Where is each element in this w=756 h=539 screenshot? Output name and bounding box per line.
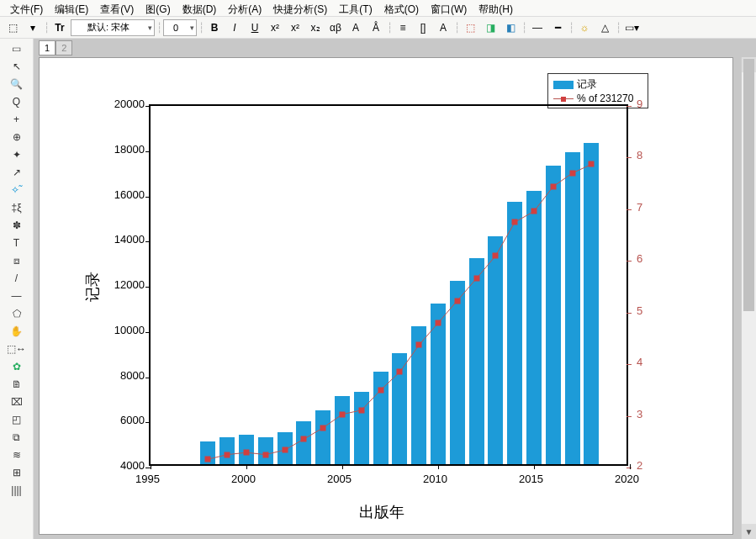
tool-color[interactable]: ✿ bbox=[3, 358, 31, 375]
pct-marker-1998[interactable] bbox=[205, 457, 211, 462]
pct-marker-2006[interactable] bbox=[358, 407, 364, 413]
rect-button[interactable]: [] bbox=[414, 19, 432, 36]
pct-marker-2015[interactable] bbox=[531, 209, 537, 214]
size-combo[interactable]: 0 bbox=[163, 19, 197, 36]
menu-window[interactable]: 窗口(W) bbox=[426, 2, 472, 14]
tool-layer[interactable]: ◰ bbox=[3, 411, 31, 428]
tool-zoom-all[interactable]: Q bbox=[3, 93, 31, 110]
plot-area[interactable] bbox=[149, 104, 628, 466]
pct-marker-2017[interactable] bbox=[569, 170, 575, 176]
italic-button[interactable]: I bbox=[225, 19, 244, 36]
line-weight-button[interactable]: — bbox=[528, 19, 547, 36]
font-combo[interactable]: 默认: 宋体 bbox=[71, 19, 155, 36]
bar-2017[interactable] bbox=[565, 152, 580, 464]
pct-marker-2008[interactable] bbox=[397, 369, 403, 375]
accent-button[interactable]: Å bbox=[367, 19, 385, 36]
pct-marker-2001[interactable] bbox=[262, 452, 268, 457]
superscript-button[interactable]: x² bbox=[266, 19, 284, 36]
layer-button[interactable]: ▭▾ bbox=[622, 19, 641, 36]
pct-marker-1999[interactable] bbox=[225, 452, 230, 457]
menu-help[interactable]: 帮助(H) bbox=[473, 2, 518, 14]
tab-1[interactable]: 1 bbox=[39, 40, 56, 55]
menu-view[interactable]: 查看(V) bbox=[95, 2, 139, 14]
tool-axis[interactable]: ≋ bbox=[3, 447, 31, 463]
tab-2[interactable]: 2 bbox=[56, 40, 72, 55]
bar-2011[interactable] bbox=[450, 281, 465, 464]
bar-2001[interactable] bbox=[258, 437, 273, 464]
greek-button[interactable]: αβ bbox=[326, 19, 345, 36]
pct-marker-2012[interactable] bbox=[473, 276, 479, 282]
bar-2014[interactable] bbox=[507, 202, 522, 464]
bar-2010[interactable] bbox=[431, 304, 446, 464]
light-icon[interactable]: ☼ bbox=[575, 19, 594, 36]
tool-annotation[interactable]: ⧈ bbox=[3, 252, 31, 269]
pct-marker-2011[interactable] bbox=[454, 298, 460, 304]
scroll-thumb[interactable] bbox=[743, 59, 754, 311]
bar-2013[interactable] bbox=[488, 236, 503, 464]
chart-legend[interactable]: 记录 % of 231270 bbox=[547, 73, 648, 108]
bar-2016[interactable] bbox=[546, 166, 561, 464]
tool-hide[interactable]: ⌧ bbox=[3, 394, 31, 410]
menu-graph[interactable]: 图(G) bbox=[140, 2, 175, 14]
underline-button[interactable]: U bbox=[246, 19, 264, 36]
tool-line[interactable]: / bbox=[3, 270, 31, 287]
menu-quick[interactable]: 快捷分析(S) bbox=[268, 2, 332, 14]
pct-marker-2007[interactable] bbox=[378, 387, 383, 393]
pct-marker-2013[interactable] bbox=[493, 253, 499, 259]
bar-2004[interactable] bbox=[315, 410, 330, 465]
pct-marker-2002[interactable] bbox=[282, 447, 288, 453]
tool-grid[interactable]: ⧉ bbox=[3, 429, 31, 446]
tool-resize[interactable]: ⬚↔ bbox=[3, 341, 31, 357]
tool-zoom[interactable]: 🔍 bbox=[3, 76, 31, 92]
bar-2012[interactable] bbox=[469, 258, 484, 464]
toolbar-pick-icon[interactable]: ⬚ bbox=[3, 19, 22, 36]
tool-reader[interactable]: ⊕ bbox=[3, 129, 31, 145]
scroll-down-icon[interactable]: ▼ bbox=[742, 524, 756, 539]
style-a-button[interactable]: A bbox=[434, 19, 452, 36]
tool-polygon[interactable]: ⬠ bbox=[3, 305, 31, 322]
pct-marker-2004[interactable] bbox=[320, 425, 326, 431]
tool-notes[interactable]: 🗎 bbox=[3, 376, 31, 393]
pct-marker-2005[interactable] bbox=[340, 411, 346, 417]
tool-pan[interactable]: ✋ bbox=[3, 323, 31, 340]
bar-2003[interactable] bbox=[296, 421, 311, 464]
text-tool-icon[interactable]: Tr bbox=[50, 19, 69, 36]
bold-button[interactable]: B bbox=[205, 19, 224, 36]
tool-select[interactable]: ▭ bbox=[3, 40, 31, 57]
pct-marker-2003[interactable] bbox=[301, 436, 307, 442]
palette-button[interactable]: ◨ bbox=[481, 19, 500, 36]
superscript2-button[interactable]: x² bbox=[286, 19, 304, 36]
marker-icon[interactable]: △ bbox=[595, 19, 614, 36]
tool-arrow[interactable]: ↗ bbox=[3, 164, 31, 181]
tool-mask[interactable]: ✧˜ bbox=[3, 182, 31, 198]
tool-draw[interactable]: ✽ bbox=[3, 217, 31, 234]
menu-tools[interactable]: 工具(T) bbox=[334, 2, 377, 14]
tool-graph[interactable]: ⊞ bbox=[3, 464, 31, 481]
menu-format[interactable]: 格式(O) bbox=[379, 2, 424, 14]
tool-pointer[interactable]: ↖ bbox=[3, 58, 31, 75]
line-style-button[interactable]: ━ bbox=[548, 19, 567, 36]
bar-2007[interactable] bbox=[373, 372, 389, 464]
bar-2006[interactable] bbox=[354, 392, 369, 464]
tool-text[interactable]: T bbox=[3, 235, 31, 251]
pct-marker-2014[interactable] bbox=[512, 219, 518, 225]
vertical-scrollbar[interactable]: ▲ ▼ bbox=[741, 57, 756, 539]
font-color-button[interactable]: A bbox=[346, 19, 365, 36]
tool-crosshair[interactable]: + bbox=[3, 111, 31, 128]
subscript-button[interactable]: x₂ bbox=[306, 19, 325, 36]
menu-edit[interactable]: 编辑(E) bbox=[50, 2, 93, 14]
align-button[interactable]: ≡ bbox=[394, 19, 412, 36]
menu-analysis[interactable]: 分析(A) bbox=[223, 2, 267, 14]
pct-marker-2018[interactable] bbox=[589, 161, 595, 167]
bar-2015[interactable] bbox=[526, 191, 542, 464]
fill-button[interactable]: ⬚ bbox=[461, 19, 479, 36]
palette2-button[interactable]: ◧ bbox=[501, 19, 520, 36]
menu-data[interactable]: 数据(D) bbox=[177, 2, 222, 14]
bar-1999[interactable] bbox=[219, 437, 235, 464]
pct-marker-2000[interactable] bbox=[244, 450, 250, 456]
pct-marker-2016[interactable] bbox=[550, 183, 556, 189]
bar-2005[interactable] bbox=[335, 396, 350, 464]
menu-file[interactable]: 文件(F) bbox=[5, 2, 48, 14]
toolbar-arrow-icon[interactable]: ▾ bbox=[24, 19, 42, 36]
tool-data-highlight[interactable]: ✦ bbox=[3, 146, 31, 163]
